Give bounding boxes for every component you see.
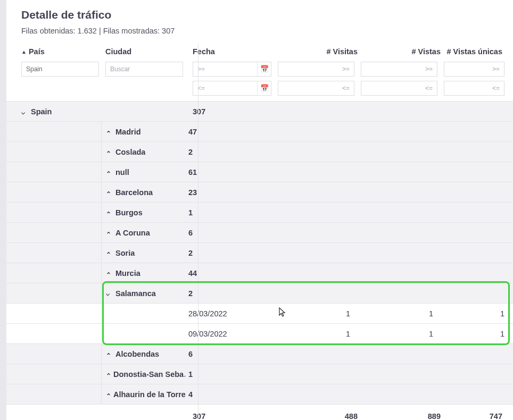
city-name: null	[115, 168, 129, 177]
rows-summary: Filas obtenidas: 1.632 | Filas mostradas…	[6, 27, 513, 44]
filter-pais-input[interactable]	[21, 62, 99, 77]
detail-visitas: 1	[270, 330, 353, 338]
city-name: Burgos	[115, 208, 143, 217]
chevron-up-icon	[106, 169, 113, 176]
calendar-icon[interactable]: 📅	[257, 81, 271, 95]
filter-ciudad-input[interactable]	[105, 62, 183, 77]
city-name: Donostia-San Seba…	[113, 370, 185, 379]
city-name: Soria	[115, 249, 135, 257]
chevron-up-icon	[106, 148, 113, 156]
filter-visitas-gte[interactable]	[278, 62, 354, 77]
header-ciudad[interactable]: Ciudad	[105, 47, 189, 56]
filter-vistas-gte[interactable]	[361, 62, 437, 77]
group-row-spain[interactable]: Spain 307	[6, 101, 513, 121]
filter-unicas-lte[interactable]	[444, 81, 504, 96]
city-row[interactable]: Barcelona23	[6, 182, 513, 202]
city-row[interactable]: Burgos1	[6, 202, 513, 222]
filter-row-lte: <= 📅	[6, 79, 513, 101]
chevron-up-icon	[106, 209, 113, 216]
footer-unicas: 747	[441, 412, 508, 421]
chevron-up-icon	[106, 350, 113, 358]
traffic-detail-panel: Detalle de tráfico Filas obtenidas: 1.63…	[6, 0, 513, 420]
chevron-up-icon	[106, 270, 113, 277]
chevron-up-icon	[106, 391, 111, 398]
filter-fecha-gte[interactable]: >= 📅	[193, 62, 271, 77]
header-fecha[interactable]: Fecha	[189, 47, 275, 56]
footer-vistas: 889	[358, 412, 441, 421]
filter-vistas-lte[interactable]	[361, 81, 437, 96]
detail-vistas: 1	[353, 309, 436, 318]
chevron-up-icon	[106, 371, 111, 378]
city-name: Murcia	[115, 269, 140, 278]
city-row[interactable]: Soria2	[6, 242, 513, 263]
header-vistas[interactable]: # Vistas	[358, 47, 441, 56]
calendar-icon[interactable]: 📅	[257, 62, 271, 76]
city-name: Madrid	[115, 128, 141, 136]
city-row[interactable]: Coslada2	[6, 141, 513, 162]
detail-vistas: 1	[353, 330, 436, 338]
city-name: A Coruna	[115, 229, 150, 237]
chevron-down-icon	[106, 290, 113, 297]
city-row[interactable]: Madrid47	[6, 121, 513, 141]
header-pais[interactable]: ▲País	[21, 47, 105, 56]
city-row[interactable]: Donostia-San Seba…1	[6, 364, 513, 384]
sort-asc-icon: ▲	[21, 49, 27, 55]
page-title: Detalle de tráfico	[6, 9, 513, 27]
city-row[interactable]: A Coruna6	[6, 222, 513, 242]
chevron-up-icon	[106, 128, 113, 136]
header-visitas[interactable]: # Visitas	[275, 47, 358, 56]
filter-row-gte: >= 📅	[6, 60, 513, 79]
table: ▲País Ciudad Fecha # Visitas # Vistas # …	[6, 44, 513, 420]
detail-unicas: 1	[436, 309, 508, 318]
filter-visitas-lte[interactable]	[278, 81, 354, 96]
chevron-down-icon	[21, 108, 29, 116]
detail-row[interactable]: 28/03/2022111	[6, 303, 513, 323]
city-name: Barcelona	[115, 188, 153, 197]
city-row[interactable]: Alhaurin de la Torre4	[6, 384, 513, 404]
table-header-row: ▲País Ciudad Fecha # Visitas # Vistas # …	[6, 44, 513, 60]
filter-unicas-gte[interactable]	[444, 62, 504, 77]
city-row[interactable]: Alcobendas6	[6, 343, 513, 364]
table-footer-row: 307 488 889 747	[6, 404, 513, 420]
chevron-up-icon	[106, 229, 113, 237]
footer-fecha: 307	[189, 412, 275, 421]
detail-unicas: 1	[436, 330, 508, 338]
city-name: Coslada	[115, 148, 145, 156]
header-vistas-unicas[interactable]: # Vistas únicas	[441, 47, 508, 56]
city-name: Alcobendas	[115, 350, 159, 358]
city-row[interactable]: null61	[6, 162, 513, 182]
city-row[interactable]: Murcia44	[6, 263, 513, 283]
vertical-separator	[198, 44, 198, 420]
chevron-up-icon	[106, 189, 113, 196]
city-name: Salamanca	[115, 289, 156, 298]
detail-row[interactable]: 09/03/2022111	[6, 323, 513, 343]
chevron-up-icon	[106, 249, 113, 257]
city-name: Alhaurin de la Torre	[113, 390, 185, 399]
city-row[interactable]: Salamanca2	[6, 283, 513, 303]
detail-visitas: 1	[270, 309, 353, 318]
filter-fecha-lte[interactable]: <= 📅	[193, 81, 271, 96]
footer-visitas: 488	[275, 412, 358, 421]
